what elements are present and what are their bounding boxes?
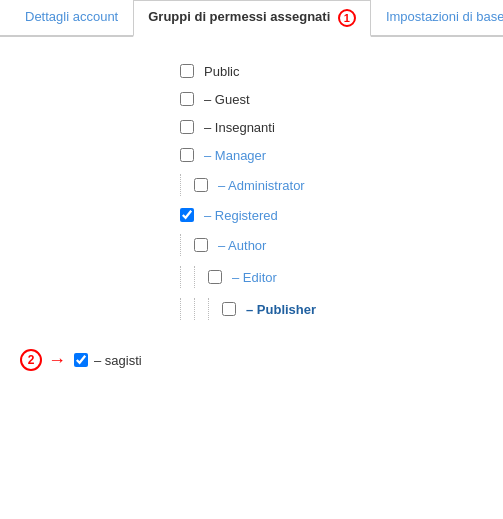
perm-item-publisher: – Publisher <box>20 293 483 325</box>
perm-checkbox-registered[interactable] <box>180 208 194 222</box>
perm-checkbox-public[interactable] <box>180 64 194 78</box>
tab-bar: Dettagli account Gruppi di permessi asse… <box>0 0 503 37</box>
tab-gruppi[interactable]: Gruppi di permessi assegnati 1 <box>133 0 371 37</box>
perm-item-editor: – Editor <box>20 261 483 293</box>
indent-spacer <box>20 208 200 222</box>
perm-item-manager: – Manager <box>20 141 483 169</box>
perm-label-administrator: – Administrator <box>218 178 305 193</box>
annotation-row: 2→– sagisti <box>0 345 503 375</box>
indent-spacer <box>20 266 228 288</box>
perm-checkbox-insegnanti[interactable] <box>180 120 194 134</box>
perm-label-editor: – Editor <box>232 270 277 285</box>
tab-badge: 1 <box>338 9 356 27</box>
indent-bar <box>194 266 208 288</box>
indent-spacer <box>20 298 242 320</box>
indent-bar <box>180 298 194 320</box>
indent-bar <box>180 234 194 256</box>
perm-checkbox-administrator[interactable] <box>194 178 208 192</box>
tab-dettagli[interactable]: Dettagli account <box>10 0 133 37</box>
indent-bar <box>208 298 222 320</box>
perm-item-guest: – Guest <box>20 85 483 113</box>
perm-checkbox-publisher[interactable] <box>222 302 236 316</box>
perm-item-registered: – Registered <box>20 201 483 229</box>
indent-spacer <box>20 120 200 134</box>
perm-item-insegnanti: – Insegnanti <box>20 113 483 141</box>
perm-label-insegnanti: – Insegnanti <box>204 120 275 135</box>
indent-spacer <box>20 174 214 196</box>
perm-checkbox-guest[interactable] <box>180 92 194 106</box>
indent-bar <box>194 298 208 320</box>
perm-checkbox-editor[interactable] <box>208 270 222 284</box>
indent-spacer <box>20 64 200 78</box>
perm-item-administrator: – Administrator <box>20 169 483 201</box>
perm-label-guest: – Guest <box>204 92 250 107</box>
perm-label-public: Public <box>204 64 239 79</box>
perm-label-manager: – Manager <box>204 148 266 163</box>
tab-impostazioni[interactable]: Impostazioni di base <box>371 0 503 37</box>
indent-spacer <box>20 234 214 256</box>
indent-bar <box>180 174 194 196</box>
perm-checkbox-manager[interactable] <box>180 148 194 162</box>
permission-list: Public– Guest– Insegnanti– Manager– Admi… <box>0 57 503 345</box>
indent-spacer <box>20 92 200 106</box>
perm-label-registered: – Registered <box>204 208 278 223</box>
annotation-label: – sagisti <box>94 353 142 368</box>
annotation-arrow: → <box>48 350 66 371</box>
indent-bar <box>180 266 194 288</box>
annotation-badge: 2 <box>20 349 42 371</box>
perm-label-author: – Author <box>218 238 266 253</box>
annotation-checkbox[interactable] <box>74 353 88 367</box>
perm-label-publisher: – Publisher <box>246 302 316 317</box>
perm-checkbox-author[interactable] <box>194 238 208 252</box>
perm-item-public: Public <box>20 57 483 85</box>
perm-item-author: – Author <box>20 229 483 261</box>
indent-spacer <box>20 148 200 162</box>
